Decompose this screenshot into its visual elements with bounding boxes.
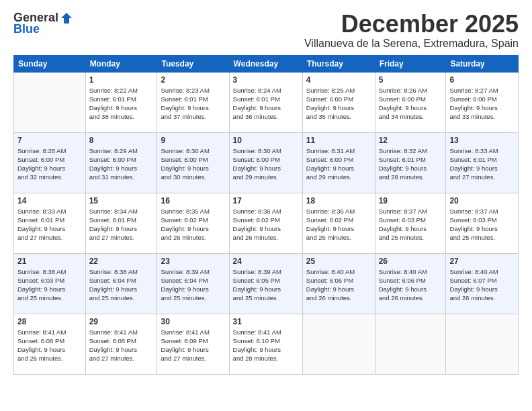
day-info: Sunrise: 8:27 AM Sunset: 6:00 PM Dayligh… (449, 86, 515, 122)
day-info: Sunrise: 8:41 AM Sunset: 6:10 PM Dayligh… (233, 328, 299, 363)
svg-marker-0 (61, 13, 72, 24)
day-number: 7 (17, 136, 82, 145)
day-info: Sunrise: 8:39 AM Sunset: 6:04 PM Dayligh… (161, 267, 225, 303)
table-row: 5Sunrise: 8:26 AM Sunset: 6:00 PM Daylig… (375, 72, 446, 132)
day-number: 14 (17, 196, 82, 205)
day-number: 8 (89, 136, 154, 145)
day-number: 31 (233, 317, 299, 326)
col-wednesday: Wednesday (229, 55, 302, 72)
day-number: 12 (379, 136, 443, 145)
day-info: Sunrise: 8:41 AM Sunset: 6:08 PM Dayligh… (89, 328, 154, 363)
day-info: Sunrise: 8:24 AM Sunset: 6:01 PM Dayligh… (233, 86, 299, 122)
day-info: Sunrise: 8:40 AM Sunset: 6:06 PM Dayligh… (379, 267, 443, 303)
col-sunday: Sunday (14, 55, 86, 72)
col-saturday: Saturday (446, 55, 519, 72)
logo: General Blue (13, 11, 73, 36)
table-row: 28Sunrise: 8:41 AM Sunset: 6:08 PM Dayli… (14, 314, 86, 374)
day-info: Sunrise: 8:41 AM Sunset: 6:09 PM Dayligh… (161, 328, 225, 363)
day-number: 28 (17, 317, 82, 326)
col-monday: Monday (85, 55, 157, 72)
day-info: Sunrise: 8:25 AM Sunset: 6:00 PM Dayligh… (306, 86, 371, 122)
table-row: 17Sunrise: 8:36 AM Sunset: 6:02 PM Dayli… (229, 193, 302, 253)
day-number: 5 (379, 75, 443, 85)
day-info: Sunrise: 8:38 AM Sunset: 6:03 PM Dayligh… (17, 267, 82, 303)
table-row (302, 314, 375, 374)
table-row: 25Sunrise: 8:40 AM Sunset: 6:06 PM Dayli… (302, 253, 375, 314)
logo-icon (60, 11, 73, 25)
table-row: 18Sunrise: 8:36 AM Sunset: 6:02 PM Dayli… (302, 193, 375, 253)
day-number: 30 (161, 317, 225, 326)
day-number: 24 (233, 257, 299, 266)
table-row: 10Sunrise: 8:30 AM Sunset: 6:00 PM Dayli… (229, 132, 302, 193)
day-number: 15 (89, 196, 154, 205)
table-row: 2Sunrise: 8:23 AM Sunset: 6:01 PM Daylig… (157, 72, 229, 132)
day-info: Sunrise: 8:36 AM Sunset: 6:02 PM Dayligh… (233, 207, 299, 242)
table-row: 11Sunrise: 8:31 AM Sunset: 6:00 PM Dayli… (302, 132, 375, 193)
day-number: 10 (233, 136, 299, 145)
day-info: Sunrise: 8:22 AM Sunset: 6:01 PM Dayligh… (89, 86, 154, 122)
day-info: Sunrise: 8:32 AM Sunset: 6:01 PM Dayligh… (379, 146, 443, 182)
calendar-header: Sunday Monday Tuesday Wednesday Thursday… (14, 55, 519, 72)
day-number: 11 (306, 136, 371, 145)
day-info: Sunrise: 8:33 AM Sunset: 6:01 PM Dayligh… (17, 207, 82, 242)
day-number: 4 (306, 75, 371, 85)
day-info: Sunrise: 8:26 AM Sunset: 6:00 PM Dayligh… (379, 86, 443, 122)
day-number: 22 (89, 257, 154, 266)
table-row (446, 314, 519, 374)
day-info: Sunrise: 8:29 AM Sunset: 6:00 PM Dayligh… (89, 146, 154, 182)
day-info: Sunrise: 8:36 AM Sunset: 6:02 PM Dayligh… (306, 207, 371, 242)
day-info: Sunrise: 8:37 AM Sunset: 6:03 PM Dayligh… (449, 207, 515, 242)
day-number: 1 (89, 75, 154, 85)
day-number: 26 (379, 257, 443, 266)
day-number: 19 (379, 196, 443, 205)
day-info: Sunrise: 8:28 AM Sunset: 6:00 PM Dayligh… (17, 146, 82, 182)
month-title: December 2025 (304, 11, 519, 38)
table-row (375, 314, 446, 374)
calendar-table: Sunday Monday Tuesday Wednesday Thursday… (13, 55, 519, 375)
table-row: 14Sunrise: 8:33 AM Sunset: 6:01 PM Dayli… (14, 193, 86, 253)
table-row: 15Sunrise: 8:34 AM Sunset: 6:01 PM Dayli… (85, 193, 157, 253)
table-row: 27Sunrise: 8:40 AM Sunset: 6:07 PM Dayli… (446, 253, 519, 314)
day-info: Sunrise: 8:30 AM Sunset: 6:00 PM Dayligh… (233, 146, 299, 182)
page: General Blue December 2025 Villanueva de… (0, 0, 532, 411)
title-block: December 2025 Villanueva de la Serena, E… (304, 11, 519, 50)
day-info: Sunrise: 8:31 AM Sunset: 6:00 PM Dayligh… (306, 146, 371, 182)
table-row: 24Sunrise: 8:39 AM Sunset: 6:05 PM Dayli… (229, 253, 302, 314)
table-row: 12Sunrise: 8:32 AM Sunset: 6:01 PM Dayli… (375, 132, 446, 193)
day-info: Sunrise: 8:39 AM Sunset: 6:05 PM Dayligh… (233, 267, 299, 303)
day-info: Sunrise: 8:41 AM Sunset: 6:08 PM Dayligh… (17, 328, 82, 363)
day-info: Sunrise: 8:40 AM Sunset: 6:07 PM Dayligh… (449, 267, 515, 303)
table-row: 7Sunrise: 8:28 AM Sunset: 6:00 PM Daylig… (14, 132, 86, 193)
day-number: 23 (161, 257, 225, 266)
table-row: 20Sunrise: 8:37 AM Sunset: 6:03 PM Dayli… (446, 193, 519, 253)
table-row: 19Sunrise: 8:37 AM Sunset: 6:03 PM Dayli… (375, 193, 446, 253)
table-row (14, 72, 86, 132)
table-row: 6Sunrise: 8:27 AM Sunset: 6:00 PM Daylig… (446, 72, 519, 132)
day-number: 13 (449, 136, 515, 145)
day-number: 27 (449, 257, 515, 266)
day-number: 9 (161, 136, 225, 145)
header-row: Sunday Monday Tuesday Wednesday Thursday… (14, 55, 519, 72)
day-info: Sunrise: 8:33 AM Sunset: 6:01 PM Dayligh… (449, 146, 515, 182)
table-row: 9Sunrise: 8:30 AM Sunset: 6:00 PM Daylig… (157, 132, 229, 193)
table-row: 22Sunrise: 8:38 AM Sunset: 6:04 PM Dayli… (85, 253, 157, 314)
logo-blue-text: Blue (13, 22, 40, 36)
day-number: 25 (306, 257, 371, 266)
table-row: 13Sunrise: 8:33 AM Sunset: 6:01 PM Dayli… (446, 132, 519, 193)
day-number: 2 (161, 75, 225, 85)
table-row: 4Sunrise: 8:25 AM Sunset: 6:00 PM Daylig… (302, 72, 375, 132)
day-number: 6 (449, 75, 515, 85)
day-info: Sunrise: 8:30 AM Sunset: 6:00 PM Dayligh… (161, 146, 225, 182)
day-number: 21 (17, 257, 82, 266)
day-info: Sunrise: 8:38 AM Sunset: 6:04 PM Dayligh… (89, 267, 154, 303)
table-row: 16Sunrise: 8:35 AM Sunset: 6:02 PM Dayli… (157, 193, 229, 253)
day-number: 16 (161, 196, 225, 205)
header: General Blue December 2025 Villanueva de… (13, 11, 519, 50)
day-number: 3 (233, 75, 299, 85)
day-info: Sunrise: 8:34 AM Sunset: 6:01 PM Dayligh… (89, 207, 154, 242)
col-friday: Friday (375, 55, 446, 72)
col-thursday: Thursday (302, 55, 375, 72)
table-row: 1Sunrise: 8:22 AM Sunset: 6:01 PM Daylig… (85, 72, 157, 132)
col-tuesday: Tuesday (157, 55, 229, 72)
table-row: 23Sunrise: 8:39 AM Sunset: 6:04 PM Dayli… (157, 253, 229, 314)
